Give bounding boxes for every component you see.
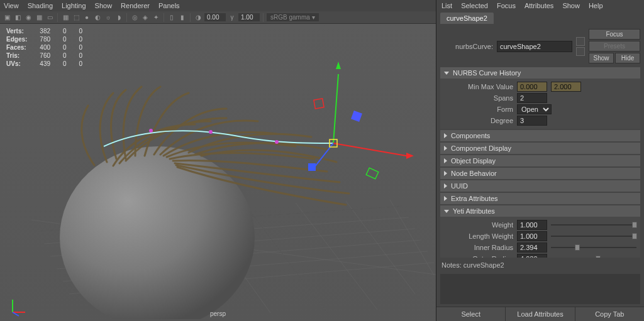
focus-input-icon[interactable] bbox=[576, 37, 585, 46]
notes-field[interactable] bbox=[440, 274, 640, 304]
ae-name-row: nurbsCurve: Focus Presets Show Hide bbox=[440, 25, 640, 66]
menu-shading[interactable]: Shading bbox=[28, 2, 53, 9]
svg-point-16 bbox=[60, 146, 255, 319]
section-component-display[interactable]: Component Display bbox=[440, 143, 640, 154]
section-extra-attributes[interactable]: Extra Attributes bbox=[440, 193, 640, 204]
node-type-label: nurbsCurve: bbox=[455, 43, 493, 50]
exposure-icon[interactable]: ◑ bbox=[194, 13, 203, 22]
form-label: Form bbox=[444, 106, 513, 113]
menu-panels[interactable]: Panels bbox=[158, 2, 180, 9]
svg-rect-29 bbox=[366, 168, 379, 179]
viewport-menubar: View Shading Lighting Show Renderer Pane… bbox=[0, 0, 436, 11]
gamma-icon[interactable]: γ bbox=[228, 13, 236, 22]
svg-marker-21 bbox=[336, 62, 341, 69]
camera-icon[interactable]: ◉ bbox=[24, 13, 33, 22]
svg-line-22 bbox=[333, 143, 406, 156]
svg-rect-27 bbox=[351, 111, 362, 122]
camera-select-icon[interactable]: ▣ bbox=[3, 13, 11, 22]
yeti-attr-field[interactable] bbox=[517, 242, 547, 253]
svg-rect-28 bbox=[314, 99, 324, 109]
scene-render bbox=[0, 24, 436, 319]
svg-marker-23 bbox=[406, 153, 414, 159]
svg-rect-25 bbox=[308, 163, 316, 171]
svg-line-20 bbox=[333, 74, 338, 143]
ae-menubar: List Selected Focus Attributes Show Help bbox=[436, 0, 644, 11]
section-components[interactable]: Components bbox=[440, 130, 640, 141]
section-object-display[interactable]: Object Display bbox=[440, 155, 640, 166]
max-value-field[interactable] bbox=[551, 82, 581, 92]
resolution-gate-icon[interactable]: ▯ bbox=[167, 13, 176, 22]
viewport-toolbar: ▣ ◧ ◉ ▦ ▭ ▦ ⬚ ● ◐ ☼ ◗ ◎ ◈ ✦ ▯ ▮ ◑ 0.00 γ… bbox=[0, 11, 436, 24]
textured-icon[interactable]: ◐ bbox=[93, 13, 102, 22]
svg-line-15 bbox=[245, 205, 327, 313]
degree-field[interactable] bbox=[517, 116, 547, 126]
ae-menu-focus[interactable]: Focus bbox=[497, 2, 516, 9]
hide-button[interactable]: Hide bbox=[615, 53, 640, 63]
section-yeti-attributes[interactable]: Yeti Attributes bbox=[440, 205, 640, 217]
section-nurbs-body: Min Max Value Spans Form Open Degree bbox=[440, 79, 640, 129]
copy-tab-button[interactable]: Copy Tab bbox=[575, 307, 644, 321]
xray-icon[interactable]: ◈ bbox=[141, 13, 150, 22]
isolate-icon[interactable]: ◎ bbox=[130, 13, 139, 22]
shaded-icon[interactable]: ● bbox=[82, 13, 91, 22]
svg-line-13 bbox=[390, 200, 434, 275]
ae-menu-show[interactable]: Show bbox=[562, 2, 580, 9]
attribute-editor: List Selected Focus Attributes Show Help… bbox=[436, 0, 644, 321]
view-axis-gizmo bbox=[8, 296, 26, 315]
menu-view[interactable]: View bbox=[4, 2, 19, 9]
grid-icon[interactable]: ▦ bbox=[61, 13, 70, 22]
gate-mask-icon[interactable]: ▮ bbox=[178, 13, 187, 22]
section-nurbs-history[interactable]: NURBS Curve History bbox=[440, 67, 640, 79]
menu-lighting[interactable]: Lighting bbox=[62, 2, 86, 9]
focus-button[interactable]: Focus bbox=[589, 29, 640, 40]
spans-label: Spans bbox=[444, 94, 513, 102]
light-icon[interactable]: ☼ bbox=[104, 13, 113, 22]
menu-renderer[interactable]: Renderer bbox=[121, 2, 150, 9]
yeti-attr-slider[interactable] bbox=[551, 221, 636, 229]
focus-output-icon[interactable] bbox=[576, 47, 585, 56]
wireframe-icon[interactable]: ⬚ bbox=[72, 13, 80, 22]
presets-button[interactable]: Presets bbox=[589, 41, 640, 52]
viewport-panel: View Shading Lighting Show Renderer Pane… bbox=[0, 0, 436, 321]
ae-menu-help[interactable]: Help bbox=[589, 2, 603, 9]
show-button[interactable]: Show bbox=[589, 53, 614, 63]
notes-label: Notes: curveShape2 bbox=[436, 258, 644, 273]
svg-point-19 bbox=[275, 140, 279, 144]
svg-point-17 bbox=[149, 129, 153, 133]
ae-footer: Select Load Attributes Copy Tab bbox=[436, 307, 644, 321]
yeti-attr-slider[interactable] bbox=[551, 244, 636, 251]
form-dropdown[interactable]: Open bbox=[517, 104, 552, 114]
ae-menu-selected[interactable]: Selected bbox=[461, 2, 488, 9]
min-value-field[interactable] bbox=[517, 82, 547, 92]
ae-node-tab[interactable]: curveShape2 bbox=[440, 13, 494, 24]
bookmark-icon[interactable]: ◧ bbox=[13, 13, 22, 22]
load-attributes-button[interactable]: Load Attributes bbox=[506, 307, 575, 321]
yeti-attr-label: Inner Radius bbox=[444, 244, 513, 251]
section-node-behavior[interactable]: Node Behavior bbox=[440, 168, 640, 179]
shadow-icon[interactable]: ◗ bbox=[114, 13, 123, 22]
xray-joints-icon[interactable]: ✦ bbox=[152, 13, 160, 22]
film-gate-icon[interactable]: ▭ bbox=[45, 13, 54, 22]
node-name-field[interactable] bbox=[497, 41, 572, 52]
viewport-3d[interactable]: Verts:38200Edges:78000Faces:40000Tris:76… bbox=[0, 24, 436, 321]
spans-field[interactable] bbox=[517, 93, 547, 103]
yeti-attr-slider[interactable] bbox=[551, 255, 636, 258]
svg-line-12 bbox=[346, 201, 415, 294]
exposure-field[interactable]: 0.00 bbox=[204, 13, 226, 21]
degree-label: Degree bbox=[444, 117, 513, 124]
ae-menu-list[interactable]: List bbox=[441, 2, 452, 9]
svg-point-18 bbox=[209, 130, 213, 134]
yeti-attr-slider[interactable] bbox=[551, 232, 636, 240]
section-uuid[interactable]: UUID bbox=[440, 180, 640, 192]
menu-show[interactable]: Show bbox=[95, 2, 113, 9]
select-button[interactable]: Select bbox=[436, 307, 506, 321]
gamma-field[interactable]: 1.00 bbox=[238, 13, 260, 21]
ae-menu-attributes[interactable]: Attributes bbox=[525, 2, 553, 9]
yeti-attr-label: Length Weight bbox=[444, 232, 513, 240]
image-plane-icon[interactable]: ▦ bbox=[35, 13, 43, 22]
camera-name-label: persp bbox=[210, 310, 226, 317]
color-transform-dropdown[interactable]: sRGB gamma ▾ bbox=[267, 13, 319, 21]
section-yeti-body: Weight Length Weight Inner Radius Outer … bbox=[440, 217, 640, 258]
yeti-attr-field[interactable] bbox=[517, 231, 547, 241]
yeti-attr-field[interactable] bbox=[517, 220, 547, 230]
